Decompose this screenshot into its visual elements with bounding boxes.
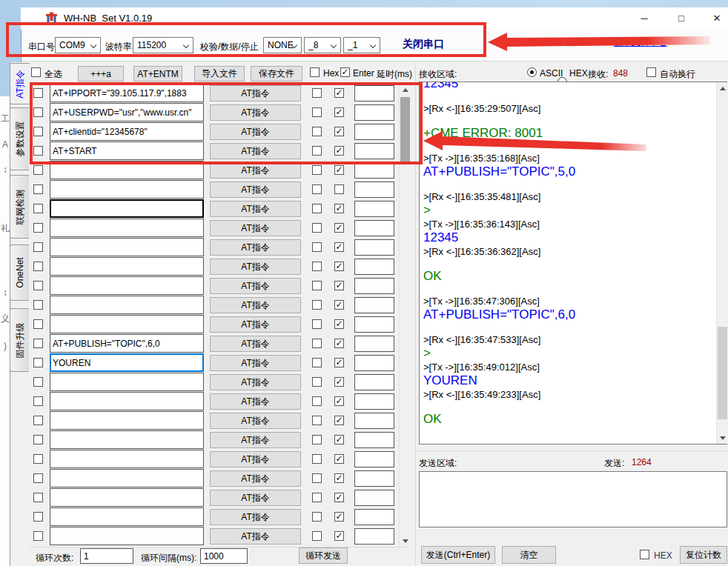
command-input[interactable] — [50, 103, 204, 121]
row-select-checkbox[interactable] — [33, 262, 43, 271]
at-command-button[interactable]: AT指令 — [210, 297, 301, 313]
row-enter-checkbox[interactable]: ✓ — [334, 165, 344, 175]
row-select-checkbox[interactable] — [33, 165, 43, 175]
at-command-button[interactable]: AT指令 — [210, 451, 301, 467]
row-delay-input[interactable] — [354, 336, 394, 352]
row-hex-checkbox[interactable] — [312, 454, 322, 464]
command-input[interactable] — [50, 430, 204, 449]
command-input[interactable] — [50, 488, 204, 507]
row-enter-checkbox[interactable]: ✓ — [334, 416, 344, 425]
enter-mode-checkbox[interactable]: ✓ — [340, 67, 350, 77]
receive-area[interactable]: 12345 >[Rx <-][16:35:29:507][Asc] +CME E… — [419, 81, 727, 445]
command-input[interactable] — [50, 199, 204, 218]
row-delay-input[interactable] — [354, 451, 394, 467]
command-input[interactable] — [50, 219, 204, 237]
loop-interval-input[interactable] — [200, 548, 248, 564]
row-enter-checkbox[interactable]: ✓ — [334, 88, 344, 98]
at-command-button[interactable]: AT指令 — [210, 278, 301, 294]
command-input[interactable] — [50, 450, 204, 468]
row-select-checkbox[interactable] — [33, 512, 43, 522]
support-link[interactable]: 技术支持中心 — [614, 36, 667, 49]
parity-select[interactable]: NONE — [263, 37, 302, 53]
at-command-button[interactable]: AT指令 — [210, 374, 301, 390]
row-hex-checkbox[interactable] — [312, 512, 322, 522]
row-hex-checkbox[interactable] — [312, 416, 322, 425]
select-all-checkbox[interactable] — [31, 67, 41, 77]
row-enter-checkbox[interactable] — [334, 184, 344, 194]
row-select-checkbox[interactable] — [33, 416, 43, 425]
row-delay-input[interactable] — [354, 85, 394, 101]
row-enter-checkbox[interactable]: ✓ — [334, 146, 344, 156]
command-input[interactable] — [50, 507, 204, 526]
row-hex-checkbox[interactable] — [312, 184, 322, 194]
row-select-checkbox[interactable] — [33, 435, 43, 445]
row-delay-input[interactable] — [354, 355, 394, 371]
port-select[interactable]: COM9 — [55, 37, 101, 53]
command-input[interactable] — [50, 411, 204, 430]
row-enter-checkbox[interactable]: ✓ — [334, 454, 344, 464]
command-input[interactable] — [50, 276, 204, 295]
command-input[interactable] — [50, 334, 204, 353]
tab-onenet[interactable]: OneNet — [10, 244, 29, 301]
row-hex-checkbox[interactable] — [312, 242, 322, 252]
row-delay-input[interactable] — [354, 490, 394, 506]
loop-count-input[interactable] — [80, 548, 133, 564]
at-command-button[interactable]: AT指令 — [210, 182, 301, 198]
tab-at-command[interactable]: AT指令 — [10, 63, 30, 104]
command-input[interactable] — [50, 84, 204, 102]
at-command-button[interactable]: AT指令 — [210, 259, 301, 275]
at-command-button[interactable]: AT指令 — [210, 85, 301, 101]
command-input[interactable] — [50, 353, 204, 372]
row-hex-checkbox[interactable] — [312, 107, 322, 117]
row-select-checkbox[interactable] — [33, 339, 43, 348]
at-command-button[interactable]: AT指令 — [210, 220, 301, 236]
row-select-checkbox[interactable] — [33, 358, 43, 367]
row-enter-checkbox[interactable]: ✓ — [334, 107, 344, 117]
command-input[interactable] — [50, 315, 204, 333]
row-hex-checkbox[interactable] — [312, 396, 322, 406]
at-command-button[interactable]: AT指令 — [210, 201, 301, 217]
loop-send-button[interactable]: 循环发送 — [299, 547, 348, 564]
row-delay-input[interactable] — [354, 413, 394, 429]
row-delay-input[interactable] — [354, 239, 394, 256]
row-enter-checkbox[interactable]: ✓ — [334, 223, 344, 233]
send-hex-checkbox[interactable] — [640, 550, 649, 559]
command-input[interactable] — [50, 469, 204, 487]
clear-button[interactable]: 清空 — [502, 546, 556, 564]
row-select-checkbox[interactable] — [33, 300, 43, 310]
scroll-up-icon[interactable] — [717, 82, 728, 94]
row-hex-checkbox[interactable] — [312, 531, 322, 541]
row-delay-input[interactable] — [354, 528, 394, 545]
scroll-down-icon[interactable] — [717, 432, 728, 444]
row-select-checkbox[interactable] — [33, 377, 43, 387]
scrollbar-thumb[interactable] — [400, 97, 410, 162]
row-hex-checkbox[interactable] — [312, 358, 322, 367]
row-hex-checkbox[interactable] — [312, 493, 322, 502]
at-command-button[interactable]: AT指令 — [210, 393, 301, 410]
scroll-down-icon[interactable] — [400, 535, 411, 547]
auto-wrap-checkbox[interactable] — [646, 67, 656, 77]
row-hex-checkbox[interactable] — [312, 377, 322, 387]
tab-network-check[interactable]: 联网检测 — [10, 175, 29, 239]
scrollbar-thumb[interactable] — [718, 327, 727, 419]
import-file-button[interactable]: 导入文件 — [194, 66, 245, 81]
row-delay-input[interactable] — [354, 162, 394, 179]
row-select-checkbox[interactable] — [33, 223, 43, 233]
row-hex-checkbox[interactable] — [312, 165, 322, 175]
receive-scrollbar[interactable] — [716, 82, 727, 444]
at-command-button[interactable]: AT指令 — [210, 432, 301, 448]
row-hex-checkbox[interactable] — [312, 262, 322, 271]
row-select-checkbox[interactable] — [33, 127, 43, 136]
at-command-button[interactable]: AT指令 — [210, 528, 301, 545]
scroll-up-icon[interactable] — [400, 84, 411, 96]
command-input[interactable] — [50, 161, 204, 179]
row-enter-checkbox[interactable]: ✓ — [334, 377, 344, 387]
command-input[interactable] — [50, 257, 204, 276]
row-delay-input[interactable] — [354, 201, 394, 217]
row-delay-input[interactable] — [354, 393, 394, 410]
hex-mode-checkbox[interactable] — [310, 67, 320, 77]
row-hex-checkbox[interactable] — [312, 204, 322, 213]
command-input[interactable] — [50, 527, 204, 545]
row-hex-checkbox[interactable] — [312, 281, 322, 290]
row-delay-input[interactable] — [354, 470, 394, 487]
